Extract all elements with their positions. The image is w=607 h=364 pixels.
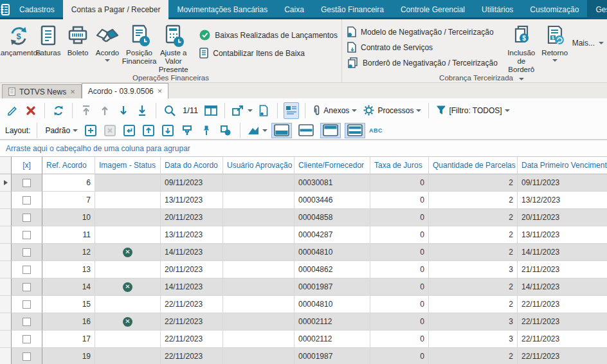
remove-row-button-disabled[interactable] [102,122,118,139]
tab-acordo[interactable]: Acordo - 03.9.0506 × [82,83,169,98]
row-checkbox[interactable] [23,196,31,205]
next-record-button[interactable] [116,102,131,119]
refresh-button[interactable] [51,102,66,119]
menu-item-cadastros[interactable]: Cadastros [11,0,63,19]
quantidade-parcelas-cell: 2 [429,174,518,192]
column-header-x[interactable]: [x] [12,157,42,174]
ajuste-valor-presente-button[interactable]: Ajuste a Valor Presente [156,22,190,75]
grid-row-6[interactable]: 609/11/2023000300810209/11/2023 [0,174,607,192]
panel-layout-bottom-toggle[interactable] [271,123,292,138]
row-checkbox[interactable] [23,352,31,361]
grid-row-12[interactable]: 12✕14/11/2023000048100214/11/2023 [0,244,607,261]
tab-totvs-news[interactable]: TOTVS News × [2,84,82,98]
row-checkbox[interactable] [23,300,31,309]
move-down-button[interactable] [160,122,176,139]
column-header-quantidade-de-parcelas[interactable]: Quantidade de Parcelas [429,157,518,174]
close-icon[interactable]: × [70,87,75,96]
row-checkbox[interactable] [23,179,31,187]
details-view-toggle[interactable] [284,102,299,119]
grid-row-13[interactable]: 1320/11/2023000048620321/11/2023 [0,261,607,278]
usuario-aprovacao-cell [223,192,294,209]
panel-layout-middle-toggle[interactable] [296,123,316,138]
row-checkbox[interactable] [23,214,31,222]
grid-row-11[interactable]: 1113/11/2023000042870213/11/2023 [0,226,607,244]
app-menu-icon [0,4,11,15]
chart-button[interactable] [247,122,267,139]
retorno-button[interactable]: $ Retorno [540,22,570,63]
row-checkbox[interactable] [23,266,31,274]
edit-button[interactable] [5,102,20,119]
menu-item-movimenta-es-banc-rias[interactable]: Movimentações Bancárias [168,0,276,19]
grid-row-16[interactable]: 16✕22/11/2023000021120322/11/2023 [0,313,607,331]
last-record-button[interactable] [134,102,150,119]
baixas-realizadas-button[interactable]: Baixas Realizadas de Lançamentos [199,30,338,41]
processos-button[interactable]: Processos [361,102,422,119]
menu-item-gest-o[interactable]: Gestão [587,0,607,19]
column-chooser-button[interactable] [203,102,219,119]
lancamentos-button[interactable]: $ Lançamentos [4,22,33,59]
previous-record-button[interactable] [97,102,113,119]
column-header-cliente-fornecedor[interactable]: Cliente/Fornecedor [294,157,370,174]
bordero-negativacao-button[interactable]: Borderô de Negativação / Terceirização [347,57,498,68]
grid-row-19[interactable]: 1922/11/2023000019870222/11/2023 [0,348,607,364]
menu-item-caixa[interactable]: Caixa [276,0,313,19]
grid-row-10[interactable]: 1020/11/2023000048580220/11/2023 [0,209,607,226]
menu-item-customiza-o[interactable]: Customização [521,0,587,19]
posicao-financeira-button[interactable]: Posição Financeira [122,22,156,67]
ribbon-group-operacoes-financeiras: $ Lançamentos Faturas [0,19,341,82]
paint-format-button[interactable] [179,122,195,139]
row-checkbox[interactable] [23,248,31,257]
anexos-button[interactable]: Anexos [311,102,358,119]
row-checkbox[interactable] [23,231,31,239]
delete-button[interactable] [23,102,39,119]
column-header-ref-acordo[interactable]: Ref. Acordo [42,157,95,174]
report-button[interactable] [256,102,271,119]
faturas-button[interactable]: Faturas [33,22,63,59]
grid-row-14[interactable]: 14✕14/11/2023000019870214/11/2023 [0,278,607,296]
column-header-usu-rio-aprova-o[interactable]: Usuário Aprovação [223,157,294,174]
export-button[interactable] [231,102,253,119]
filtro-button[interactable]: [Filtro: TODOS] [435,102,511,119]
menu-item-contas-a-pagar-receber[interactable]: Contas a Pagar / Receber [63,0,169,19]
add-row-button[interactable] [83,122,98,139]
grid-row-15[interactable]: 1522/11/2023000048100222/11/2023 [0,296,607,313]
menu-item-gest-o-financeira[interactable]: Gestão Financeira [313,0,392,19]
menu-item-utilit-rios[interactable]: Utilitários [473,0,521,19]
modelo-negativacao-button[interactable]: Modelo de Negativação / Terceirização [347,26,498,37]
column-header-data-do-acordo[interactable]: Data do Acordo [161,157,223,174]
row-checkbox[interactable] [23,283,31,291]
abc-spellcheck-button[interactable]: ABC [369,127,383,134]
first-record-button[interactable] [78,102,94,119]
group-by-panel[interactable]: Arraste aqui o cabeçalho de uma coluna p… [0,140,607,157]
panel-layout-split-toggle[interactable] [345,123,365,138]
column-header-taxa-de-juros[interactable]: Taxa de Juros [370,157,429,174]
search-button[interactable] [162,102,177,119]
sync-money-icon: $ [7,23,30,49]
checkbox-cell [12,244,42,261]
boleto-button[interactable]: Boleto [63,22,93,59]
column-header-imagem-status[interactable]: Imagem - Status [95,157,161,174]
grid-row-17[interactable]: 1722/11/2023000021120322/11/2023 [0,331,607,348]
acordo-button[interactable]: Acordo [93,22,122,63]
mais-button[interactable]: Mais... [570,39,606,48]
app-menu-button[interactable] [0,0,11,19]
panel-layout-top-toggle[interactable] [320,123,341,138]
move-up-button[interactable] [141,122,156,139]
shape-style-button[interactable] [218,122,233,139]
close-icon[interactable]: × [158,86,163,96]
layout-preset-dropdown[interactable]: Padrão [44,122,79,139]
pin-button[interactable] [199,122,214,139]
contrato-servicos-button[interactable]: Contrato de Serviços [347,42,498,53]
row-checkbox[interactable] [23,318,31,326]
row-checkbox[interactable] [23,335,31,343]
usuario-aprovacao-cell [223,226,294,244]
return-action-button[interactable] [122,122,137,139]
data-primeiro-vencimento-cell: 22/11/2023 [518,348,607,364]
cliente-fornecedor-cell: 00004862 [294,261,370,278]
column-header-data-primeiro-vencimento[interactable]: Data Primeiro Vencimento [518,157,607,174]
menu-item-controle-gerencial[interactable]: Controle Gerencial [392,0,473,19]
panel-bottom-icon [274,124,289,136]
grid-row-7[interactable]: 713/11/2023000034460213/12/2023 [0,192,607,209]
contabilizar-itens-button[interactable]: Contabilizar Itens de Baixa [199,48,338,59]
checkbox-cell [12,261,42,278]
